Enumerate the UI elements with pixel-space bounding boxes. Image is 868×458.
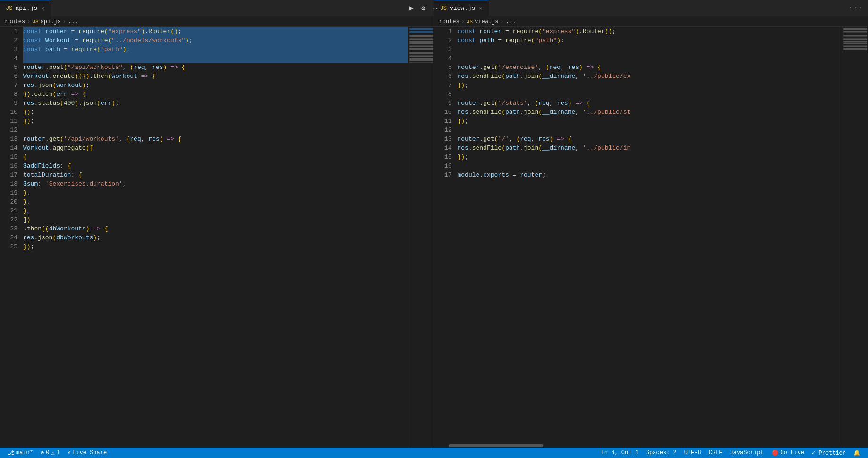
code-line[interactable]: }, xyxy=(23,188,408,197)
status-cursor[interactable]: Ln 4, Col 1 xyxy=(597,448,642,458)
code-line[interactable]: const Workout = require("../models/worko… xyxy=(23,36,408,45)
code-line[interactable]: ]) xyxy=(23,215,408,224)
code-line[interactable]: }); xyxy=(458,81,842,90)
code-line[interactable] xyxy=(458,126,842,135)
tab-api-js[interactable]: JS api.js ✕ xyxy=(0,0,51,17)
code-line[interactable]: Workout.create({}).then(workout => { xyxy=(23,72,408,81)
split-icon[interactable]: ▭▭ xyxy=(433,4,441,12)
code-line[interactable]: }).catch(err => { xyxy=(23,90,408,99)
code-line[interactable]: router.get('/api/workouts', (req, res) =… xyxy=(23,135,408,144)
minimap-line xyxy=(843,31,867,32)
code-line[interactable] xyxy=(458,45,842,54)
minimap-line xyxy=(843,43,867,44)
code-line[interactable]: }); xyxy=(458,153,842,161)
left-tab-group: JS api.js ✕ xyxy=(0,0,434,17)
code-line[interactable] xyxy=(23,54,408,63)
code-line[interactable]: router.get('/', (req, res) => { xyxy=(458,135,842,144)
code-line[interactable]: res.status(400).json(err); xyxy=(23,99,408,108)
code-line[interactable]: const path = require("path"); xyxy=(458,36,842,45)
status-encoding[interactable]: UTF-8 xyxy=(681,448,705,458)
code-line[interactable]: module.exports = router; xyxy=(458,170,842,179)
minimap-line xyxy=(843,36,867,37)
code-line[interactable]: .then((dbWorkouts) => { xyxy=(23,224,408,233)
left-code-content[interactable]: const router = require("express").Router… xyxy=(21,27,408,448)
code-line[interactable]: res.sendFile(path.join(__dirname, '../pu… xyxy=(458,144,842,153)
go-live-label: Go Live xyxy=(781,450,804,456)
minimap-line xyxy=(409,55,433,56)
code-line[interactable]: { xyxy=(23,153,408,161)
status-errors[interactable]: ⊗ 0 ⚠ 1 xyxy=(37,448,64,458)
debug-icon[interactable]: ⚙︎ xyxy=(421,4,425,12)
code-line[interactable]: router.get('/stats', (req, res) => { xyxy=(458,99,842,108)
code-line[interactable]: const router = require("express").Router… xyxy=(458,27,842,36)
run-icon[interactable]: ▶ xyxy=(409,3,414,13)
tab-label-api: api.js xyxy=(15,5,37,12)
status-go-live[interactable]: 🔴 Go Live xyxy=(768,448,808,458)
code-line[interactable] xyxy=(458,90,842,99)
code-line[interactable]: router.post("/api/workouts", (req, res) … xyxy=(23,63,408,72)
status-language[interactable]: JavaScript xyxy=(726,448,768,458)
right-scrollbar[interactable] xyxy=(434,443,868,448)
code-line[interactable]: }); xyxy=(23,242,408,251)
breadcrumb-file-right[interactable]: view.js xyxy=(475,18,498,25)
status-git[interactable]: ⎇ main* xyxy=(4,448,37,458)
code-line[interactable]: res.sendFile(path.join(__dirname, '../pu… xyxy=(458,108,842,117)
code-line[interactable] xyxy=(458,54,842,63)
code-line[interactable]: Workout.aggregate([ xyxy=(23,144,408,153)
line-number: 1 xyxy=(0,27,17,36)
status-live-share[interactable]: ⚡ Live Share xyxy=(64,448,111,458)
tab-close-view[interactable]: ✕ xyxy=(478,4,484,12)
code-line[interactable]: $addFields: { xyxy=(23,161,408,170)
breadcrumb-right: routes › JS view.js › ... xyxy=(434,17,868,26)
line-number: 7 xyxy=(0,81,17,90)
status-spaces[interactable]: Spaces: 2 xyxy=(642,448,681,458)
status-bell[interactable]: 🔔 xyxy=(850,448,864,458)
code-line[interactable] xyxy=(23,126,408,135)
code-line[interactable]: }); xyxy=(23,108,408,117)
minimap-line xyxy=(409,42,433,43)
line-number: 11 xyxy=(0,117,17,126)
line-number: 13 xyxy=(434,135,452,144)
breadcrumb-sep1-left: › xyxy=(27,18,30,25)
right-scrollbar-thumb[interactable] xyxy=(449,444,543,447)
code-line[interactable]: }); xyxy=(23,117,408,126)
minimap-line xyxy=(843,29,867,30)
code-line[interactable] xyxy=(458,161,842,170)
code-line[interactable]: const path = require("path"); xyxy=(23,45,408,54)
minimap-line xyxy=(409,31,433,32)
code-line[interactable]: }, xyxy=(23,197,408,206)
left-code-container[interactable]: 1234567891011121314151617181920212223242… xyxy=(0,27,434,448)
right-code-content[interactable]: const router = require("express").Router… xyxy=(456,27,842,443)
right-line-numbers: 1234567891011121314151617 xyxy=(434,27,456,443)
right-tab-overflow[interactable]: ··· xyxy=(843,3,868,13)
code-line[interactable]: res.json(dbWorkouts); xyxy=(23,233,408,242)
code-line[interactable]: res.json(workout); xyxy=(23,81,408,90)
code-line[interactable]: }); xyxy=(458,117,842,126)
minimap-line xyxy=(409,46,433,47)
status-right: Ln 4, Col 1 Spaces: 2 UTF-8 CRLF JavaScr… xyxy=(597,448,864,458)
minimap-line xyxy=(843,46,867,47)
toolbar-overflow[interactable]: ··· xyxy=(448,5,459,12)
git-branch: main* xyxy=(16,450,33,456)
live-share-icon: ⚡ xyxy=(68,450,71,457)
minimap-line xyxy=(409,45,433,46)
code-line[interactable]: router.get('/exercise', (req, res) => { xyxy=(458,63,842,72)
minimap-line xyxy=(409,49,433,50)
breadcrumb-file-left[interactable]: api.js xyxy=(41,18,61,25)
breadcrumb-folder-left[interactable]: routes xyxy=(5,18,25,25)
line-number: 15 xyxy=(0,153,17,161)
status-prettier[interactable]: ✓ Prettier xyxy=(808,448,850,458)
code-line[interactable]: totalDuration: { xyxy=(23,170,408,179)
code-line[interactable]: }, xyxy=(23,206,408,215)
line-number: 14 xyxy=(434,144,452,153)
minimap-line xyxy=(409,62,433,63)
tab-close-api[interactable]: ✕ xyxy=(40,4,45,12)
code-line[interactable]: const router = require("express").Router… xyxy=(23,27,408,36)
minimap-line xyxy=(409,58,433,59)
code-line[interactable]: $sum: '$exercises.duration', xyxy=(23,179,408,188)
right-code-container[interactable]: 1234567891011121314151617 const router =… xyxy=(434,27,868,443)
code-line[interactable]: res.sendFile(path.join(__dirname, '../pu… xyxy=(458,72,842,81)
status-line-ending[interactable]: CRLF xyxy=(705,448,726,458)
breadcrumb-folder-right[interactable]: routes xyxy=(439,18,460,25)
left-minimap xyxy=(408,27,434,448)
